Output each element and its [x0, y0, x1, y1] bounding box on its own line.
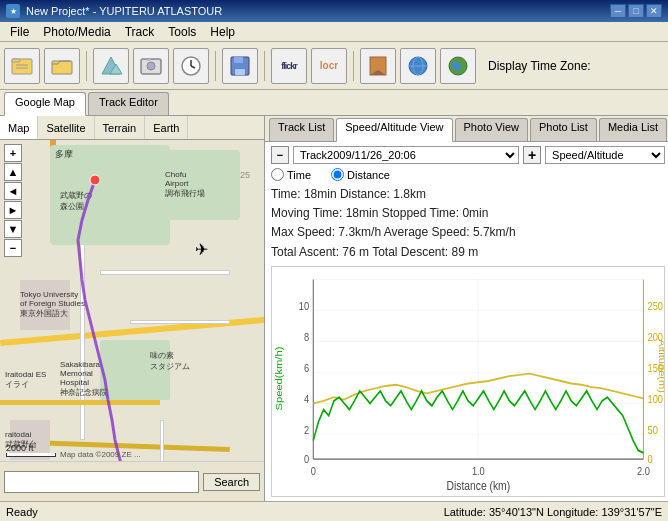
right-tabs: Track List Speed/Altitude View Photo Vie…	[265, 116, 668, 142]
map-controls: + ▲ ◄ ► ▼ −	[4, 144, 22, 257]
pan-down-btn[interactable]: ▼	[4, 220, 22, 238]
map-tab-map[interactable]: Map	[0, 116, 38, 139]
chart-svg: 0 2 4 6 8 10 0 50 100 150 200 250 1.	[272, 267, 664, 496]
tab-photo-view[interactable]: Photo View	[455, 118, 528, 141]
map-tab-earth[interactable]: Earth	[145, 116, 188, 139]
content-area: Map Satellite Terrain Earth	[0, 116, 668, 501]
stat-line-4: Total Ascent: 76 m Total Descent: 89 m	[271, 243, 665, 262]
map-scale: 2000 ft	[6, 443, 56, 457]
svg-text:1.0: 1.0	[472, 465, 485, 477]
tab-track-editor[interactable]: Track Editor	[88, 92, 169, 115]
toolbar-sep-1	[86, 51, 87, 81]
save-btn[interactable]	[222, 48, 258, 84]
globe-btn[interactable]	[400, 48, 436, 84]
track-prev-btn[interactable]: −	[271, 146, 289, 164]
menu-photo-media[interactable]: Photo/Media	[37, 24, 116, 40]
tab-photo-list[interactable]: Photo List	[530, 118, 597, 141]
earth-btn[interactable]	[440, 48, 476, 84]
stat-line-3: Max Speed: 7.3km/h Average Speed: 5.7km/…	[271, 223, 665, 242]
search-button[interactable]: Search	[203, 473, 260, 491]
map-bottom: Search	[0, 461, 264, 501]
svg-point-8	[147, 62, 155, 70]
airplane-icon: ✈	[195, 240, 208, 259]
close-button[interactable]: ✕	[646, 4, 662, 18]
road-3	[100, 270, 230, 275]
bookmark-btn[interactable]	[360, 48, 396, 84]
stats-area: Time: 18min Distance: 1.8km Moving Time:…	[271, 185, 665, 262]
svg-text:6: 6	[304, 362, 309, 374]
road-4	[80, 240, 85, 440]
map-tab-terrain[interactable]: Terrain	[95, 116, 146, 139]
time-btn[interactable]	[173, 48, 209, 84]
svg-rect-24	[272, 267, 664, 496]
minimize-button[interactable]: ─	[610, 4, 626, 18]
map-label-7: 味の素スタジアム	[150, 350, 190, 372]
zoom-out-btn[interactable]: −	[4, 239, 22, 257]
tab-track-list[interactable]: Track List	[269, 118, 334, 141]
menu-help[interactable]: Help	[204, 24, 241, 40]
stat-line-1: Time: 18min Distance: 1.8km	[271, 185, 665, 204]
svg-text:0: 0	[304, 453, 309, 465]
pan-up-btn[interactable]: ▲	[4, 163, 22, 181]
map-label-3: Tokyo Universityof Foreign Studies東京外国語大	[20, 290, 85, 319]
radio-distance-input[interactable]	[331, 168, 344, 181]
tab-google-map[interactable]: Google Map	[4, 92, 86, 116]
svg-rect-1	[12, 59, 20, 62]
map-background: 多摩 武蔵野の森公園 Tokyo Universityof Foreign St…	[0, 140, 264, 461]
svg-text:Distance (km): Distance (km)	[447, 479, 511, 492]
locr-btn[interactable]: locr	[311, 48, 347, 84]
tab-media-list[interactable]: Media List	[599, 118, 667, 141]
road-6	[0, 400, 160, 405]
speed-dropdown[interactable]: Speed/Altitude	[545, 146, 665, 164]
titlebar-buttons: ─ □ ✕	[610, 4, 662, 18]
svg-text:8: 8	[304, 331, 309, 343]
statusbar: Ready Latitude: 35°40'13"N Longitude: 13…	[0, 501, 668, 521]
map-label-2: 武蔵野の森公園	[60, 190, 92, 212]
radio-time-label: Time	[287, 169, 311, 181]
radio-distance-label: Distance	[347, 169, 390, 181]
menu-tools[interactable]: Tools	[162, 24, 202, 40]
pan-right-btn[interactable]: ►	[4, 201, 22, 219]
map-container[interactable]: 多摩 武蔵野の森公園 Tokyo Universityof Foreign St…	[0, 140, 264, 461]
window-title: New Project* - YUPITERU ATLASTOUR	[26, 5, 222, 17]
radio-time[interactable]: Time	[271, 168, 311, 181]
svg-rect-4	[52, 61, 72, 74]
search-input[interactable]	[4, 471, 199, 493]
map-label-1: 多摩	[55, 148, 73, 161]
track-next-btn[interactable]: +	[523, 146, 541, 164]
map-label-11: 25	[240, 170, 250, 180]
mountain-btn[interactable]	[93, 48, 129, 84]
zoom-in-btn[interactable]: +	[4, 144, 22, 162]
svg-text:0: 0	[648, 453, 653, 465]
open-btn[interactable]	[44, 48, 80, 84]
map-tabs: Map Satellite Terrain Earth	[0, 116, 264, 140]
map-credits: Map data ©2009 ZE ...	[60, 450, 141, 459]
track-selector: − Track2009/11/26_20:06 + Speed/Altitude	[271, 146, 665, 164]
svg-text:Altitude(m): Altitude(m)	[657, 339, 664, 393]
menu-file[interactable]: File	[4, 24, 35, 40]
tab-speed-altitude[interactable]: Speed/Altitude View	[336, 118, 452, 142]
svg-text:2.0: 2.0	[637, 465, 650, 477]
map-label-6: SakakibaraMemorialHospital神奈記念病院	[60, 360, 108, 398]
photo-btn[interactable]	[133, 48, 169, 84]
maximize-button[interactable]: □	[628, 4, 644, 18]
chart-area: 0 2 4 6 8 10 0 50 100 150 200 250 1.	[271, 266, 665, 497]
stat-line-2: Moving Time: 18min Stopped Time: 0min	[271, 204, 665, 223]
svg-text:Speed(km/h): Speed(km/h)	[274, 346, 284, 410]
map-tab-satellite[interactable]: Satellite	[38, 116, 94, 139]
menu-track[interactable]: Track	[119, 24, 161, 40]
radio-distance[interactable]: Distance	[331, 168, 390, 181]
svg-text:4: 4	[304, 393, 309, 405]
radio-time-input[interactable]	[271, 168, 284, 181]
status-coordinates: Latitude: 35°40'13"N Longitude: 139°31'5…	[444, 506, 662, 518]
toolbar: flickr locr Display Time Zone:	[0, 42, 668, 90]
svg-rect-15	[235, 69, 245, 75]
road-5	[130, 320, 230, 324]
scale-bar	[6, 453, 56, 457]
display-timezone-label: Display Time Zone:	[488, 59, 591, 73]
new-folder-btn[interactable]	[4, 48, 40, 84]
track-dropdown[interactable]: Track2009/11/26_20:06	[293, 146, 519, 164]
pan-left-btn[interactable]: ◄	[4, 182, 22, 200]
svg-rect-9	[147, 59, 151, 61]
map-logo-btn[interactable]: flickr	[271, 48, 307, 84]
